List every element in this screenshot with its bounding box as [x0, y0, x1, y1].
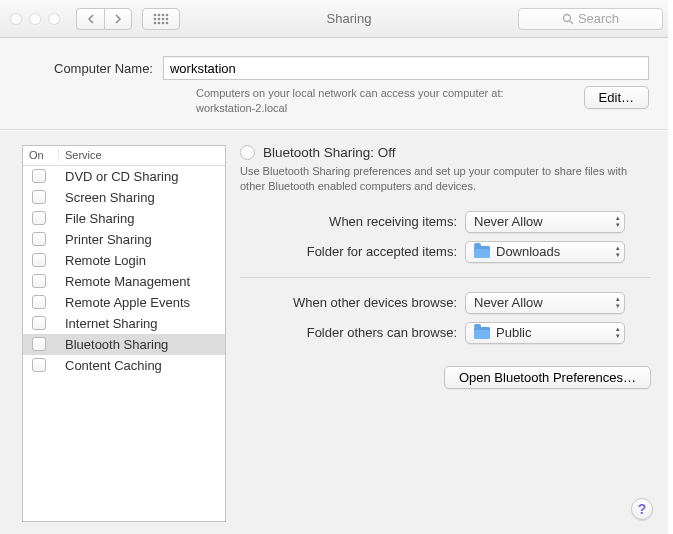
svg-point-6 — [162, 17, 165, 20]
zoom-window-button[interactable] — [48, 13, 60, 25]
service-row[interactable]: Remote Apple Events — [23, 292, 225, 313]
service-label: Content Caching — [59, 358, 219, 373]
service-checkbox[interactable] — [32, 295, 46, 309]
divider — [240, 277, 651, 278]
service-checkbox[interactable] — [32, 253, 46, 267]
computer-name-input[interactable] — [163, 56, 649, 80]
window-title: Sharing — [190, 11, 508, 26]
service-label: Bluetooth Sharing — [59, 337, 219, 352]
service-row[interactable]: Bluetooth Sharing — [23, 334, 225, 355]
svg-point-12 — [563, 14, 570, 21]
chevron-updown-icon: ▴▾ — [616, 244, 620, 258]
receive-value: Never Allow — [474, 214, 543, 229]
computer-name-section: Computer Name: Computers on your local n… — [0, 38, 673, 130]
column-service: Service — [59, 149, 219, 161]
forward-button[interactable] — [104, 8, 132, 30]
back-button[interactable] — [76, 8, 104, 30]
service-checkbox[interactable] — [32, 232, 46, 246]
service-label: File Sharing — [59, 211, 219, 226]
service-row[interactable]: Printer Sharing — [23, 229, 225, 250]
service-label: Remote Login — [59, 253, 219, 268]
help-button[interactable]: ? — [631, 498, 653, 520]
service-row[interactable]: Internet Sharing — [23, 313, 225, 334]
window-controls — [10, 13, 60, 25]
computer-name-hint: Computers on your local network can acce… — [196, 86, 566, 117]
service-description: Use Bluetooth Sharing preferences and se… — [240, 164, 651, 195]
browse-popup[interactable]: Never Allow ▴▾ — [465, 292, 625, 314]
svg-point-9 — [158, 21, 161, 24]
edit-button[interactable]: Edit… — [584, 86, 649, 109]
service-list-header: On Service — [23, 146, 225, 166]
detail-pane: Bluetooth Sharing: Off Use Bluetooth Sha… — [226, 131, 673, 534]
svg-point-7 — [166, 17, 169, 20]
accept-folder-value: Downloads — [496, 244, 560, 259]
service-label: Remote Management — [59, 274, 219, 289]
main-content: On Service DVD or CD SharingScreen Shari… — [0, 130, 673, 534]
service-label: Printer Sharing — [59, 232, 219, 247]
service-row[interactable]: File Sharing — [23, 208, 225, 229]
svg-point-8 — [154, 21, 157, 24]
svg-point-10 — [162, 21, 165, 24]
service-row[interactable]: Screen Sharing — [23, 187, 225, 208]
browse-folder-label: Folder others can browse: — [240, 325, 465, 340]
service-row[interactable]: Content Caching — [23, 355, 225, 376]
service-label: Remote Apple Events — [59, 295, 219, 310]
service-row[interactable]: DVD or CD Sharing — [23, 166, 225, 187]
search-placeholder: Search — [578, 11, 619, 26]
service-label: Screen Sharing — [59, 190, 219, 205]
service-row[interactable]: Remote Management — [23, 271, 225, 292]
accept-folder-label: Folder for accepted items: — [240, 244, 465, 259]
service-label: Internet Sharing — [59, 316, 219, 331]
open-bluetooth-preferences-button[interactable]: Open Bluetooth Preferences… — [444, 366, 651, 389]
titlebar: Sharing Search — [0, 0, 673, 38]
column-on: On — [29, 149, 59, 161]
svg-point-1 — [158, 13, 161, 16]
receive-label: When receiving items: — [240, 214, 465, 229]
search-icon — [562, 13, 574, 25]
browse-folder-value: Public — [496, 325, 531, 340]
svg-point-0 — [154, 13, 157, 16]
search-field[interactable]: Search — [518, 8, 663, 30]
computer-name-label: Computer Name: — [54, 61, 153, 76]
service-checkbox[interactable] — [32, 337, 46, 351]
service-checkbox[interactable] — [32, 274, 46, 288]
svg-point-11 — [166, 21, 169, 24]
chevron-updown-icon: ▴▾ — [616, 214, 620, 228]
service-checkbox[interactable] — [32, 358, 46, 372]
browse-value: Never Allow — [474, 295, 543, 310]
close-window-button[interactable] — [10, 13, 22, 25]
service-enable-toggle[interactable] — [240, 145, 255, 160]
svg-point-4 — [154, 17, 157, 20]
accept-folder-popup[interactable]: Downloads ▴▾ — [465, 241, 625, 263]
browse-folder-popup[interactable]: Public ▴▾ — [465, 322, 625, 344]
minimize-window-button[interactable] — [29, 13, 41, 25]
service-checkbox[interactable] — [32, 316, 46, 330]
service-checkbox[interactable] — [32, 190, 46, 204]
window-edge — [668, 0, 673, 534]
service-list[interactable]: On Service DVD or CD SharingScreen Shari… — [22, 145, 226, 522]
receive-popup[interactable]: Never Allow ▴▾ — [465, 211, 625, 233]
chevron-updown-icon: ▴▾ — [616, 325, 620, 339]
folder-icon — [474, 246, 490, 258]
svg-line-13 — [570, 21, 573, 24]
svg-point-3 — [166, 13, 169, 16]
show-all-button[interactable] — [142, 8, 180, 30]
service-heading: Bluetooth Sharing: Off — [263, 145, 396, 160]
browse-label: When other devices browse: — [240, 295, 465, 310]
nav-buttons — [76, 8, 132, 30]
svg-point-2 — [162, 13, 165, 16]
service-checkbox[interactable] — [32, 211, 46, 225]
chevron-updown-icon: ▴▾ — [616, 295, 620, 309]
folder-icon — [474, 327, 490, 339]
service-label: DVD or CD Sharing — [59, 169, 219, 184]
service-checkbox[interactable] — [32, 169, 46, 183]
service-row[interactable]: Remote Login — [23, 250, 225, 271]
svg-point-5 — [158, 17, 161, 20]
